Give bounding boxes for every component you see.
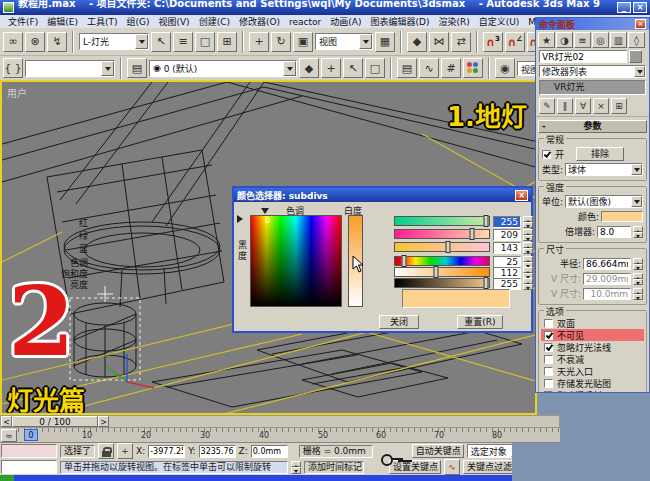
menu-item-create[interactable]: 创建(C)	[195, 15, 234, 28]
select-and-scale-button[interactable]: ▣	[293, 32, 313, 52]
slider-handle[interactable]	[445, 241, 450, 253]
unlink-button[interactable]: ⊗	[25, 32, 45, 52]
y-coordinate-field[interactable]	[199, 445, 236, 458]
store-irradiance-map-checkbox[interactable]: 存储发光贴图	[541, 377, 644, 389]
curve-editor-button[interactable]: ∿	[419, 58, 439, 78]
selection-lock-button[interactable]	[98, 443, 114, 459]
x-coordinate-field[interactable]	[148, 445, 185, 458]
green-slider[interactable]	[394, 229, 490, 239]
select-button[interactable]: ↖	[151, 32, 171, 52]
hue-slider[interactable]	[394, 256, 490, 266]
no-decay-checkbox[interactable]: 不衰减	[541, 353, 644, 365]
chevron-down-icon[interactable]	[634, 66, 645, 77]
remove-modifier-button[interactable]: ×	[593, 98, 609, 114]
pin-stack-button[interactable]: ✎	[539, 98, 555, 114]
reference-coordinate-dropdown[interactable]: 视图	[315, 33, 373, 50]
panel-close-button[interactable]: ×	[635, 19, 646, 29]
skylight-portal-checkbox[interactable]: 天光入口	[541, 365, 644, 377]
menu-item-file[interactable]: 文件(F)	[4, 15, 42, 28]
menu-item-edit[interactable]: 编辑(E)	[43, 15, 82, 28]
multiplier-field[interactable]	[597, 226, 631, 238]
object-name-field[interactable]	[539, 50, 627, 63]
dialog-title-bar[interactable]: 颜色选择器: subdivs ×	[234, 188, 531, 202]
maxscript-listener-pane[interactable]	[1, 460, 57, 474]
schematic-view-button[interactable]: #	[441, 58, 461, 78]
macro-recorder-pane[interactable]	[1, 444, 57, 458]
menu-item-group[interactable]: 组(G)	[122, 15, 153, 28]
track-bar-ruler[interactable]: 0 10 20 30 40 50 60 70 80	[18, 428, 560, 442]
render-setup-button[interactable]: ◉	[495, 58, 515, 78]
chevron-down-icon[interactable]	[283, 61, 296, 76]
chevron-down-icon[interactable]	[359, 34, 372, 49]
chevron-down-icon[interactable]	[101, 61, 114, 76]
select-and-move-button[interactable]: +	[249, 32, 269, 52]
tab-hierarchy[interactable]: ≡	[574, 32, 591, 48]
mirror-button[interactable]: ⋈	[429, 32, 449, 52]
close-button[interactable]: ×	[633, 2, 647, 13]
layer-manager-button[interactable]: ▤	[127, 58, 147, 78]
select-layer-objects-button[interactable]: ↖	[343, 58, 363, 78]
slider-handle[interactable]	[484, 277, 489, 289]
green-spinner[interactable]	[523, 229, 533, 241]
viewport-label[interactable]: 用户	[7, 85, 27, 100]
color-marker[interactable]	[265, 218, 270, 223]
hue-blackness-square[interactable]	[250, 215, 342, 307]
slider-handle[interactable]	[484, 215, 489, 227]
add-time-tag[interactable]: 添加时间标记	[304, 461, 364, 474]
menu-item-reactor[interactable]: reactor	[285, 17, 325, 27]
make-unique-button[interactable]: ∀	[575, 98, 591, 114]
reset-button[interactable]: 重置(R)	[457, 315, 503, 329]
ignore-light-normals-checkbox[interactable]: 忽略灯光法线	[541, 341, 644, 353]
tab-display[interactable]: ▥	[610, 32, 627, 48]
parameters-rollout-header[interactable]: - 参数	[538, 120, 647, 133]
radius-field[interactable]	[583, 258, 631, 270]
named-selection-sets-button[interactable]: { }	[3, 58, 23, 78]
named-selection-dropdown[interactable]	[25, 60, 115, 77]
red-spinner[interactable]	[523, 216, 533, 228]
red-slider[interactable]	[394, 216, 490, 226]
multiplier-spinner[interactable]	[633, 226, 643, 238]
select-and-rotate-button[interactable]: ↻	[271, 32, 291, 52]
value-slider[interactable]	[394, 278, 490, 288]
add-to-layer-button[interactable]: +	[321, 58, 341, 78]
double-sided-checkbox[interactable]: 双面	[541, 317, 644, 329]
material-editor-button[interactable]	[463, 58, 483, 78]
title-bar[interactable]: 教程用.max - 项目文件夹: C:\Documents and Settin…	[0, 0, 650, 15]
layer-list-button[interactable]: ▤	[397, 58, 417, 78]
previous-frame-button[interactable]: <	[1, 416, 12, 427]
radius-spinner[interactable]	[633, 258, 643, 270]
invisible-checkbox[interactable]: 不可见	[541, 329, 644, 341]
menu-item-graph-editors[interactable]: 图表编辑器(D)	[367, 15, 434, 28]
red-value[interactable]: 255	[493, 216, 521, 228]
object-color-swatch[interactable]	[629, 50, 642, 63]
configure-modifier-sets-button[interactable]: ⊞	[611, 98, 627, 114]
menu-item-customize[interactable]: 自定义(U)	[475, 15, 524, 28]
chevron-down-icon[interactable]	[135, 34, 148, 49]
snap-toggle-3d-button[interactable]: ∩3	[483, 32, 503, 52]
layer-dropdown[interactable]: ◉ 0 (默认)	[149, 60, 297, 77]
minimize-button[interactable]: _	[617, 2, 631, 13]
menu-item-modifiers[interactable]: 修改器(O)	[235, 15, 284, 28]
menu-item-rendering[interactable]: 渲染(R)	[434, 15, 473, 28]
link-button[interactable]: ∞	[3, 32, 23, 52]
tab-motion[interactable]: ◎	[592, 32, 609, 48]
on-checkbox[interactable]: 开	[542, 148, 564, 160]
stack-item-vraylight[interactable]: VR灯光	[540, 81, 645, 94]
chevron-down-icon[interactable]	[631, 164, 642, 175]
modifier-list-dropdown[interactable]: 修改器列表	[539, 65, 646, 78]
key-curve-button[interactable]: ∿	[444, 459, 460, 475]
value-spinner[interactable]	[523, 278, 533, 290]
blue-value[interactable]: 143	[493, 242, 521, 254]
green-value[interactable]: 209	[493, 229, 521, 241]
rect-selection-region-button[interactable]: □	[195, 32, 215, 52]
type-dropdown[interactable]: 球体	[565, 163, 643, 176]
unit-dropdown[interactable]: 默认(图像)	[565, 195, 643, 208]
show-end-result-button[interactable]: ‖	[557, 98, 573, 114]
next-frame-button[interactable]: >	[98, 416, 109, 427]
bind-spacewarp-button[interactable]: ↯	[47, 32, 67, 52]
saturation-slider[interactable]	[394, 267, 490, 277]
exclude-button[interactable]: 排除	[576, 147, 624, 161]
create-layer-button[interactable]: ◆	[299, 58, 319, 78]
select-and-manipulate-button[interactable]: ◆	[407, 32, 427, 52]
slider-handle[interactable]	[402, 255, 407, 267]
